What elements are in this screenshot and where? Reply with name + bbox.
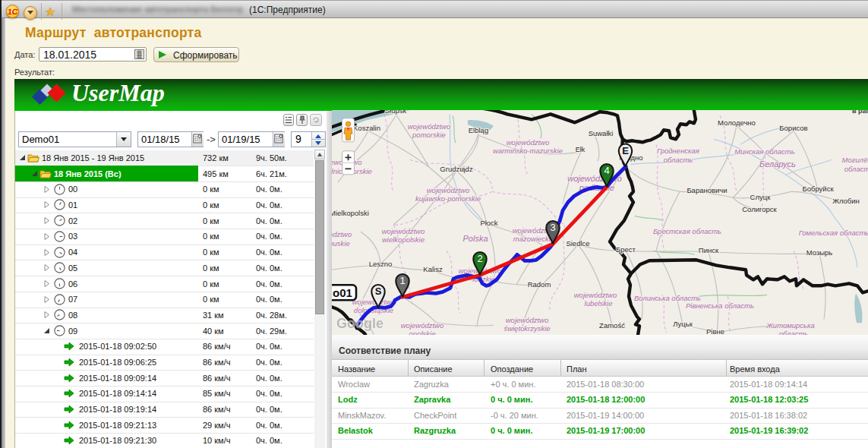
svg-text:Polska: Polska — [462, 234, 488, 243]
svg-text:Grudziądz: Grudziądz — [440, 165, 473, 173]
svg-text:2: 2 — [477, 253, 482, 264]
svg-text:4: 4 — [604, 165, 609, 176]
svg-text:Elbląg: Elbląg — [469, 126, 488, 134]
svg-text:pomorskie: pomorskie — [412, 131, 446, 139]
svg-text:warmińsko-mazurskie: warmińsko-mazurskie — [493, 147, 563, 155]
svg-text:Mielkopolski: Mielkopolski — [332, 209, 369, 217]
svg-text:Брестская область: Брестская область — [653, 227, 721, 235]
svg-text:lubelskie: lubelskie — [585, 299, 613, 308]
svg-text:Zamość: Zamość — [599, 321, 625, 330]
svg-text:kujawsko-pomorskie: kujawsko-pomorskie — [415, 194, 481, 203]
svg-text:Брест: Брест — [616, 245, 636, 254]
svg-text:Могилёв: Могилёв — [842, 156, 868, 164]
svg-text:1: 1 — [399, 275, 405, 286]
svg-text:Słupsk: Słupsk — [385, 110, 407, 115]
svg-text:województwo: województwo — [506, 316, 549, 324]
svg-text:wództwo: wództwo — [332, 230, 352, 238]
svg-text:S: S — [375, 286, 382, 297]
svg-text:в раі: в раі — [852, 110, 868, 115]
svg-text:Radom: Radom — [528, 280, 551, 289]
svg-text:Koszalin: Koszalin — [353, 124, 380, 132]
svg-text:Рівненська область: Рівненська область — [686, 301, 754, 310]
svg-text:Leszno: Leszno — [369, 260, 393, 268]
svg-text:województwo: województwo — [574, 291, 617, 299]
svg-text:Рівне: Рівне — [706, 327, 724, 335]
svg-text:Гродненская: Гродненская — [657, 147, 699, 155]
svg-text:Луцьк: Луцьк — [673, 320, 693, 328]
svg-text:Siedlce: Siedlce — [566, 239, 589, 248]
svg-text:Жлобин: Жлобин — [832, 197, 860, 205]
svg-text:województwo: województwo — [382, 227, 425, 235]
svg-text:o01: o01 — [333, 286, 352, 298]
svg-text:3: 3 — [550, 222, 555, 233]
svg-text:województwo: województwo — [401, 321, 444, 330]
svg-text:E: E — [622, 144, 629, 156]
svg-text:wielkopolskie: wielkopolskie — [382, 235, 425, 244]
svg-text:Гомельская область: Гомельская область — [799, 229, 868, 237]
svg-text:opolskie: opolskie — [409, 330, 436, 335]
svg-text:Płock: Płock — [480, 219, 497, 227]
svg-text:область: область — [779, 330, 809, 335]
svg-text:Слуцк: Слуцк — [750, 193, 772, 201]
svg-text:Бобруйск: Бобруйск — [802, 185, 834, 193]
svg-text:Борисов: Борисов — [779, 124, 807, 132]
svg-text:Google: Google — [336, 316, 383, 331]
svg-text:Ełk: Ełk — [576, 146, 586, 153]
svg-text:ubuskie: ubuskie — [332, 239, 350, 248]
svg-text:Минская область: Минская область — [734, 147, 794, 156]
svg-text:Suwałki: Suwałki — [589, 129, 614, 137]
svg-text:Солигорск: Солигорск — [742, 205, 777, 213]
svg-text:województwo: województwo — [507, 138, 550, 147]
svg-text:województwo: województwo — [427, 186, 470, 194]
svg-text:Житомирська: Житомирська — [765, 321, 815, 330]
svg-text:województwo: województwo — [408, 122, 451, 131]
svg-text:Пинск: Пинск — [699, 246, 719, 254]
svg-text:Мозырь: Мозырь — [806, 248, 833, 257]
svg-text:Беларусь: Беларусь — [759, 159, 796, 169]
svg-text:świętokrzyskie: świętokrzyskie — [503, 324, 550, 333]
svg-text:область: область — [844, 165, 868, 173]
svg-text:Kalisz: Kalisz — [423, 265, 443, 273]
svg-text:Молодечно: Молодечно — [718, 118, 756, 127]
svg-text:область: область — [664, 156, 693, 164]
svg-text:Барановичи: Барановичи — [687, 186, 727, 194]
